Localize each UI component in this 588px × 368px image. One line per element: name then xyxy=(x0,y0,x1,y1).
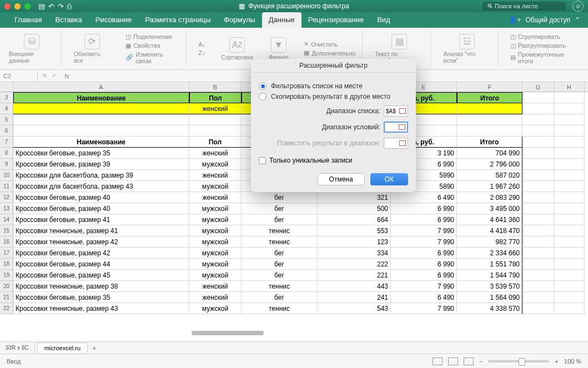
cell[interactable]: 6 990 xyxy=(391,270,457,281)
cell[interactable]: 2 083 290 xyxy=(457,192,522,203)
cell[interactable]: мужской xyxy=(189,259,242,270)
cell[interactable] xyxy=(522,103,554,114)
cell[interactable]: Кроссовки теннисные, размер 38 xyxy=(13,281,189,292)
col-header-F[interactable]: F xyxy=(457,82,522,92)
range-picker-icon[interactable] xyxy=(399,124,405,130)
row-header[interactable]: 3 xyxy=(0,92,13,103)
cell[interactable]: 321 xyxy=(318,192,391,203)
accept-formula-icon[interactable]: ✓ xyxy=(52,72,57,79)
cell[interactable]: 1 967 260 xyxy=(457,181,522,192)
cell[interactable]: мужской xyxy=(189,270,242,281)
cell[interactable]: Итого xyxy=(457,137,522,148)
cell[interactable]: женский xyxy=(189,192,242,203)
save-icon[interactable]: ▤ xyxy=(38,2,45,11)
cell[interactable]: мужской xyxy=(189,159,242,170)
user-icon[interactable]: ☺ xyxy=(572,1,584,12)
row-header[interactable]: 16 xyxy=(0,236,13,248)
cell[interactable]: 664 xyxy=(318,214,391,225)
col-header-A[interactable]: A xyxy=(13,82,189,92)
cell[interactable]: 241 xyxy=(318,292,391,303)
cell[interactable]: 6 990 xyxy=(391,248,457,259)
horizontal-scrollbar-thumb[interactable] xyxy=(192,331,264,335)
subtotal-link[interactable]: ▤ Промежуточные итоги xyxy=(510,51,579,64)
cell[interactable] xyxy=(522,225,554,236)
cell[interactable]: бег xyxy=(242,270,318,281)
tab-layout[interactable]: Разметка страницы xyxy=(138,12,217,28)
col-header-H[interactable]: H xyxy=(554,82,585,92)
view-pagebreak-icon[interactable] xyxy=(464,357,474,365)
cell[interactable] xyxy=(522,159,554,170)
cell[interactable]: мужской xyxy=(189,181,242,192)
cell[interactable]: 587 020 xyxy=(457,170,522,181)
cell[interactable] xyxy=(554,248,585,259)
cell[interactable] xyxy=(457,114,522,125)
cell[interactable]: женский xyxy=(189,292,242,303)
group-link[interactable]: ◫ Сгруппировать xyxy=(510,33,579,41)
cell[interactable] xyxy=(522,259,554,270)
cell[interactable]: Наименование xyxy=(13,137,189,148)
cell[interactable] xyxy=(522,181,554,192)
cell[interactable] xyxy=(554,303,585,314)
cell[interactable] xyxy=(13,103,189,114)
row-header[interactable]: 19 xyxy=(0,270,13,281)
cell[interactable]: бег xyxy=(242,192,318,203)
advanced-filter-link[interactable]: ▦ Дополнительно xyxy=(304,49,355,57)
cell[interactable]: Кроссовки беговые, размер 42 xyxy=(13,248,189,259)
cell[interactable] xyxy=(522,292,554,303)
range-picker-icon[interactable] xyxy=(399,108,406,114)
cell[interactable] xyxy=(522,203,554,214)
view-normal-icon[interactable] xyxy=(433,357,443,365)
cell[interactable] xyxy=(554,281,585,292)
cell[interactable] xyxy=(554,137,585,148)
cancel-formula-icon[interactable]: ✕ xyxy=(42,72,47,79)
cell[interactable]: 443 xyxy=(318,281,391,292)
cell[interactable]: женский xyxy=(189,281,242,292)
cell[interactable] xyxy=(522,281,554,292)
connections-link[interactable]: ◫ Подключения xyxy=(125,33,179,41)
cell[interactable]: Кроссовки для баскетбола, размер 39 xyxy=(13,170,189,181)
cell[interactable]: 222 xyxy=(318,259,391,270)
cell[interactable]: 2 796 000 xyxy=(457,159,522,170)
row-header[interactable]: 13 xyxy=(0,203,13,214)
cell[interactable] xyxy=(522,214,554,225)
cell[interactable] xyxy=(522,303,554,314)
row-header[interactable]: 12 xyxy=(0,192,13,203)
tab-formulas[interactable]: Формулы xyxy=(217,12,262,28)
cell[interactable]: Пол xyxy=(189,137,242,148)
row-header[interactable]: 5 xyxy=(0,114,13,125)
cell[interactable] xyxy=(554,125,585,137)
cell[interactable]: 6 990 xyxy=(391,259,457,270)
cell[interactable]: мужской xyxy=(189,214,242,225)
cell[interactable]: мужской xyxy=(189,203,242,214)
properties-link[interactable]: ▦ Свойства xyxy=(125,42,179,49)
cell[interactable]: Кроссовки беговые, размер 40 xyxy=(13,203,189,214)
tab-draw[interactable]: Рисование xyxy=(89,12,138,28)
cell[interactable]: 4 338 570 xyxy=(457,303,522,314)
add-sheet-button[interactable]: + xyxy=(88,344,101,352)
row-header[interactable]: 18 xyxy=(0,259,13,270)
row-header[interactable]: 7 xyxy=(0,137,13,148)
texttocols-icon[interactable]: ▤ xyxy=(391,34,407,49)
cell[interactable] xyxy=(189,125,242,137)
cell[interactable]: Кроссовки теннисные, размер 42 xyxy=(13,236,189,248)
share-button[interactable]: Общий доступ xyxy=(525,16,570,24)
col-header-B[interactable]: B xyxy=(189,82,242,92)
cell[interactable]: 982 770 xyxy=(457,236,522,248)
cell[interactable]: бег xyxy=(242,248,318,259)
row-header[interactable]: 22 xyxy=(0,303,13,314)
cell[interactable]: 1 564 090 xyxy=(457,292,522,303)
cell[interactable] xyxy=(522,170,554,181)
cell[interactable] xyxy=(522,148,554,159)
cell[interactable] xyxy=(554,259,585,270)
cell[interactable]: 221 xyxy=(318,270,391,281)
cell[interactable]: бег xyxy=(242,292,318,303)
cell[interactable]: теннис xyxy=(242,236,318,248)
cell[interactable]: Кроссовки теннисные, размер 41 xyxy=(13,225,189,236)
row-header[interactable]: 6 xyxy=(0,125,13,137)
cell[interactable]: бег xyxy=(242,203,318,214)
radio-filter-inplace[interactable]: Фильтровать список на месте xyxy=(259,82,408,90)
clear-filter-link[interactable]: ✕ Очистить xyxy=(304,41,355,48)
cell[interactable]: Наименование xyxy=(13,92,189,103)
cell[interactable] xyxy=(522,192,554,203)
tab-view[interactable]: Вид xyxy=(370,12,397,28)
